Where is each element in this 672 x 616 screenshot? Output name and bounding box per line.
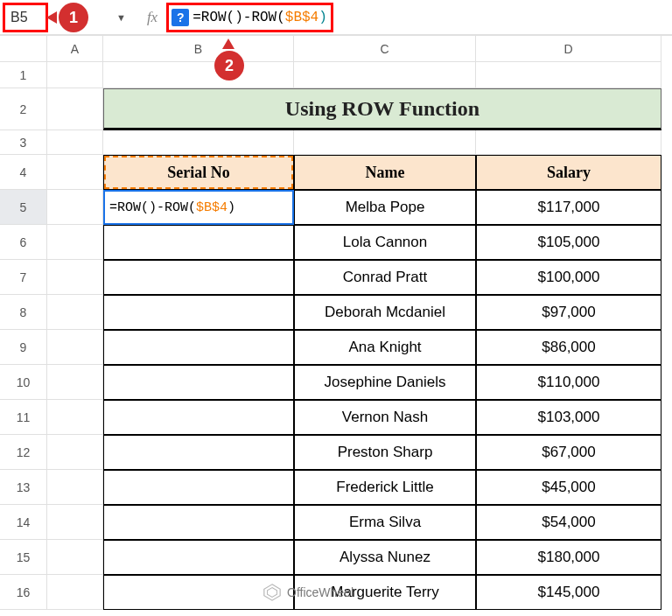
cell-B13[interactable]: [103, 470, 294, 505]
cell-D10[interactable]: $110,000: [476, 365, 662, 400]
cell-B6[interactable]: [103, 225, 294, 260]
watermark-text: OfficeWheel: [287, 585, 354, 599]
name-box-dropdown-icon[interactable]: ▼: [116, 12, 126, 23]
header-name[interactable]: Name: [294, 155, 476, 190]
cell-A5[interactable]: [47, 190, 103, 225]
table-title[interactable]: Using ROW Function: [103, 88, 662, 130]
select-all-corner[interactable]: [0, 36, 47, 62]
col-header-A[interactable]: A: [47, 36, 103, 62]
cell-C11[interactable]: Vernon Nash: [294, 400, 476, 435]
cell-A10[interactable]: [47, 365, 103, 400]
row-header-4[interactable]: 4: [0, 155, 47, 190]
header-serial-no[interactable]: Serial No: [103, 155, 294, 190]
cell-A4[interactable]: [47, 155, 103, 190]
cell-D13[interactable]: $45,000: [476, 470, 662, 505]
row-header-2[interactable]: 2: [0, 88, 47, 130]
cell-B1[interactable]: [103, 62, 294, 88]
formula-text-prefix: =ROW()-ROW(: [192, 10, 285, 25]
cell-D1[interactable]: [476, 62, 662, 88]
cell-C12[interactable]: Preston Sharp: [294, 435, 476, 470]
row-header-1[interactable]: 1: [0, 62, 47, 88]
watermark: OfficeWheel: [262, 583, 354, 602]
name-box[interactable]: B5: [3, 3, 48, 32]
cell-C6[interactable]: Lola Cannon: [294, 225, 476, 260]
formula-help-icon[interactable]: ?: [172, 9, 189, 26]
cell-B9[interactable]: [103, 330, 294, 365]
cell-B11[interactable]: [103, 400, 294, 435]
cell-C13[interactable]: Frederick Little: [294, 470, 476, 505]
cell-C5[interactable]: Melba Pope: [294, 190, 476, 225]
cell-D5[interactable]: $117,000: [476, 190, 662, 225]
cell-A8[interactable]: [47, 295, 103, 330]
cell-A3[interactable]: [47, 130, 103, 155]
cell-D8[interactable]: $97,000: [476, 295, 662, 330]
cell-C1[interactable]: [294, 62, 476, 88]
cell-C14[interactable]: Erma Silva: [294, 505, 476, 540]
svg-marker-0: [264, 584, 280, 600]
row-header-3[interactable]: 3: [0, 130, 47, 155]
watermark-logo-icon: [262, 583, 282, 602]
cell-C9[interactable]: Ana Knight: [294, 330, 476, 365]
row-header-5[interactable]: 5: [0, 190, 47, 225]
row-header-15[interactable]: 15: [0, 540, 47, 575]
formula-bar-row: B5 ▼ fx ? =ROW()-ROW($B$4): [0, 0, 672, 35]
header-salary[interactable]: Salary: [476, 155, 662, 190]
row-header-13[interactable]: 13: [0, 470, 47, 505]
cell-B15[interactable]: [103, 540, 294, 575]
row-header-8[interactable]: 8: [0, 295, 47, 330]
cell-C10[interactable]: Josephine Daniels: [294, 365, 476, 400]
cell-D9[interactable]: $86,000: [476, 330, 662, 365]
cell-A14[interactable]: [47, 505, 103, 540]
cell-C7[interactable]: Conrad Pratt: [294, 260, 476, 295]
row-header-9[interactable]: 9: [0, 330, 47, 365]
row-header-12[interactable]: 12: [0, 435, 47, 470]
cell-B3[interactable]: [103, 130, 294, 155]
row-header-14[interactable]: 14: [0, 505, 47, 540]
col-header-C[interactable]: C: [294, 36, 476, 62]
cell-D7[interactable]: $100,000: [476, 260, 662, 295]
spreadsheet-grid[interactable]: A B C D 1 2 Using ROW Function 3 4 Seria…: [0, 35, 672, 610]
callout-badge-1: 1: [55, 0, 92, 36]
cell-C8[interactable]: Deborah Mcdaniel: [294, 295, 476, 330]
cell-A2[interactable]: [47, 88, 103, 130]
cell-A16[interactable]: [47, 575, 103, 610]
cell-D3[interactable]: [476, 130, 662, 155]
cell-C15[interactable]: Alyssa Nunez: [294, 540, 476, 575]
cell-A1[interactable]: [47, 62, 103, 88]
cell-A12[interactable]: [47, 435, 103, 470]
cell-B10[interactable]: [103, 365, 294, 400]
cell-B7[interactable]: [103, 260, 294, 295]
cell-B5[interactable]: =ROW()-ROW($B$4): [103, 190, 294, 225]
row-header-16[interactable]: 16: [0, 575, 47, 610]
fx-icon[interactable]: fx: [147, 9, 158, 26]
cell-D16[interactable]: $145,000: [476, 575, 662, 610]
row-header-10[interactable]: 10: [0, 365, 47, 400]
cell-B14[interactable]: [103, 505, 294, 540]
callout-badge-2: 2: [211, 47, 248, 84]
cell-D15[interactable]: $180,000: [476, 540, 662, 575]
cell-A11[interactable]: [47, 400, 103, 435]
formula-text-suffix: ): [318, 10, 327, 25]
row-header-11[interactable]: 11: [0, 400, 47, 435]
formula-text-ref: $B$4: [285, 10, 318, 25]
col-header-D[interactable]: D: [476, 36, 662, 62]
cell-C3[interactable]: [294, 130, 476, 155]
cell-D14[interactable]: $54,000: [476, 505, 662, 540]
cell-A13[interactable]: [47, 470, 103, 505]
col-header-B[interactable]: B: [103, 36, 294, 62]
cell-b5-formula-text: =ROW()-ROW($B$4): [108, 200, 237, 215]
cell-B8[interactable]: [103, 295, 294, 330]
cell-D6[interactable]: $105,000: [476, 225, 662, 260]
cell-D11[interactable]: $103,000: [476, 400, 662, 435]
cell-A15[interactable]: [47, 540, 103, 575]
cell-B12[interactable]: [103, 435, 294, 470]
row-header-7[interactable]: 7: [0, 260, 47, 295]
cell-A7[interactable]: [47, 260, 103, 295]
header-serial-no-label: Serial No: [167, 164, 230, 182]
cell-A9[interactable]: [47, 330, 103, 365]
row-header-6[interactable]: 6: [0, 225, 47, 260]
svg-marker-1: [268, 588, 277, 598]
cell-D12[interactable]: $67,000: [476, 435, 662, 470]
formula-input[interactable]: ? =ROW()-ROW($B$4): [166, 3, 333, 32]
cell-A6[interactable]: [47, 225, 103, 260]
